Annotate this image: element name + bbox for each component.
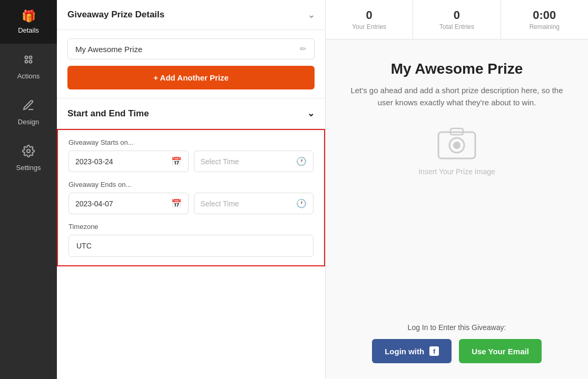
insert-image-text: Insert Your Prize Image [418, 167, 495, 176]
add-prize-btn-label: + Add Another Prize [153, 73, 229, 82]
chevron-down-icon: ⌄ [308, 10, 315, 20]
sidebar-item-design[interactable]: Design [0, 89, 57, 135]
sidebar-item-label: Design [18, 118, 39, 126]
timezone-value[interactable]: UTC [68, 235, 313, 257]
your-entries-value: 0 [326, 8, 413, 22]
login-label: Log In to Enter this Giveaway: [408, 323, 506, 332]
prize-section-title: Giveaway Prize Details [67, 9, 164, 20]
preview-prize-description: Let's go ahead and add a short prize des… [347, 85, 567, 108]
preview-area: My Awesome Prize Let's go ahead and add … [326, 39, 588, 379]
preview-prize-title: My Awesome Prize [391, 61, 523, 77]
add-another-prize-button[interactable]: + Add Another Prize [67, 66, 315, 89]
starts-date-time-row: 📅 Select Time 🕐 [68, 151, 313, 172]
sidebar-item-label: Actions [17, 72, 40, 80]
stats-bar: 0 Your Entries 0 Total Entries 0:00 Rema… [326, 0, 588, 39]
facebook-icon: f [429, 346, 439, 356]
starts-date-input-box[interactable]: 📅 [68, 151, 189, 172]
sidebar-item-details[interactable]: 🎁 Details [0, 0, 57, 44]
svg-point-0 [25, 56, 28, 59]
sidebar-item-label: Settings [16, 164, 41, 172]
chevron-down-icon-time: ⌄ [307, 108, 315, 119]
gift-icon: 🎁 [22, 9, 36, 23]
ends-on-label: Giveaway Ends on... [68, 181, 313, 188]
clock-icon-end: 🕐 [296, 198, 307, 208]
timezone-label: Timezone [68, 223, 313, 231]
login-section: Log In to Enter this Giveaway: Login wit… [347, 323, 567, 363]
login-fb-label: Login with [385, 347, 424, 356]
left-panel: Giveaway Prize Details ⌄ ✏ + Add Another… [57, 0, 326, 379]
remaining-value: 0:00 [501, 8, 588, 22]
login-email-label: Use Your Email [472, 347, 529, 356]
ends-date-input[interactable] [75, 200, 167, 208]
timezone-section: Timezone UTC [68, 223, 313, 257]
starts-on-label: Giveaway Starts on... [68, 138, 313, 146]
image-placeholder[interactable]: Insert Your Prize Image [418, 124, 495, 176]
ends-time-input-box[interactable]: Select Time 🕐 [194, 193, 314, 214]
prize-section-header[interactable]: Giveaway Prize Details ⌄ [57, 0, 325, 30]
ends-time-label: Select Time [201, 200, 292, 208]
calendar-icon-end[interactable]: 📅 [171, 198, 182, 208]
remaining-label: Remaining [501, 23, 588, 31]
total-entries-label: Total Entries [413, 23, 500, 31]
time-section-title: Start and End Time [67, 108, 149, 119]
svg-point-3 [30, 61, 32, 63]
edit-icon: ✏ [300, 44, 307, 54]
time-section-body: Giveaway Starts on... 📅 Select Time 🕐 Gi… [57, 129, 325, 266]
your-entries-label: Your Entries [326, 23, 413, 31]
preview-content: My Awesome Prize Let's go ahead and add … [347, 55, 567, 323]
sidebar: 🎁 Details Actions Design Settings [0, 0, 57, 379]
your-entries-stat: 0 Your Entries [326, 0, 413, 39]
ends-date-input-box[interactable]: 📅 [68, 193, 189, 214]
calendar-icon[interactable]: 📅 [171, 156, 182, 166]
camera-icon [436, 124, 478, 161]
prize-name-input[interactable] [75, 45, 300, 54]
sidebar-item-actions[interactable]: Actions [0, 44, 57, 89]
login-email-button[interactable]: Use Your Email [459, 339, 542, 363]
right-panel: 0 Your Entries 0 Total Entries 0:00 Rema… [326, 0, 588, 379]
remaining-stat: 0:00 Remaining [501, 0, 588, 39]
actions-icon [22, 53, 35, 69]
starts-time-label: Select Time [201, 157, 292, 166]
starts-date-input[interactable] [75, 157, 167, 166]
sidebar-item-settings[interactable]: Settings [0, 135, 57, 181]
svg-point-2 [30, 56, 32, 59]
svg-point-1 [25, 61, 28, 63]
sidebar-item-label: Details [18, 26, 39, 34]
time-section-header[interactable]: Start and End Time ⌄ [57, 98, 325, 129]
ends-date-time-row: 📅 Select Time 🕐 [68, 193, 313, 214]
login-buttons: Login with f Use Your Email [372, 339, 542, 363]
svg-point-8 [453, 142, 460, 149]
prize-name-row: ✏ [67, 38, 315, 59]
login-facebook-button[interactable]: Login with f [372, 339, 452, 363]
starts-time-input-box[interactable]: Select Time 🕐 [194, 151, 314, 172]
clock-icon: 🕐 [296, 156, 307, 166]
prize-section-body: ✏ + Add Another Prize [57, 30, 325, 98]
settings-icon [22, 145, 35, 161]
design-icon [22, 99, 35, 115]
total-entries-stat: 0 Total Entries [413, 0, 501, 39]
svg-point-4 [27, 149, 30, 153]
total-entries-value: 0 [413, 8, 500, 22]
